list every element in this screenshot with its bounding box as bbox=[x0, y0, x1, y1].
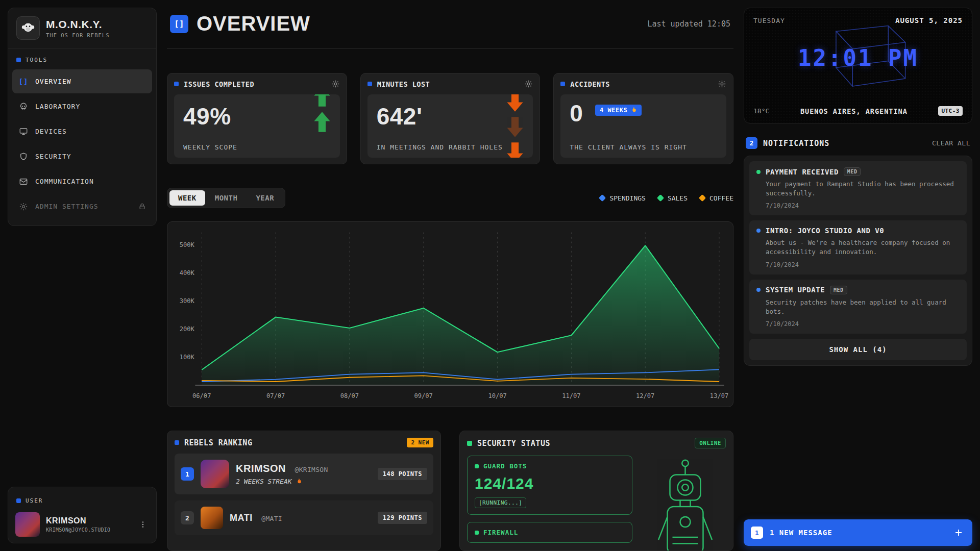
notification-body: Your payment to Rampant Studio has been … bbox=[766, 180, 960, 198]
tab-year[interactable]: YEAR bbox=[247, 190, 283, 206]
legend-sales[interactable]: SALES bbox=[658, 194, 688, 202]
firewall-box: FIREWALL bbox=[467, 522, 632, 543]
logo-row: M.O.N.K.Y. THE OS FOR REBELS bbox=[8, 8, 156, 48]
user-row[interactable]: KRIMSON KRIMSON@JOYCO.STUDIO bbox=[8, 509, 156, 537]
user-section-label: USER bbox=[8, 489, 156, 509]
rank-streak: 2 WEEKS STREAK bbox=[236, 478, 328, 485]
svg-text:300K: 300K bbox=[180, 297, 195, 305]
notification-date: 7/10/2024 bbox=[766, 320, 960, 328]
notification-payment[interactable]: PAYMENT RECEIVED MED Your payment to Ram… bbox=[749, 161, 967, 215]
mail-icon bbox=[18, 177, 29, 187]
ranking-row-2[interactable]: 2 MATI @MATI 129 POINTS bbox=[175, 500, 433, 535]
online-badge: ONLINE bbox=[695, 438, 726, 448]
clock-day: TUESDAY bbox=[753, 17, 785, 24]
stat-label: WEEKLY SCOPE bbox=[183, 143, 237, 151]
sidebar-item-devices[interactable]: DEVICES bbox=[12, 119, 152, 143]
line-chart-card: 100K200K300K400K500K06/0707/0708/0709/07… bbox=[167, 221, 733, 407]
firewall-title: FIREWALL bbox=[483, 529, 518, 536]
skull-icon bbox=[18, 102, 29, 112]
notification-intro[interactable]: INTRO: JOYCO STUDIO AND V0 About us - We… bbox=[749, 220, 967, 274]
notifications-title: NOTIFICATIONS bbox=[763, 139, 829, 148]
stat-body: 49% WEEKLY SCOPE bbox=[174, 94, 340, 158]
section-square-icon bbox=[16, 58, 21, 62]
svg-text:12/07: 12/07 bbox=[636, 392, 654, 399]
status-dot bbox=[756, 288, 761, 292]
gear-icon[interactable] bbox=[331, 80, 340, 88]
notification-title: SYSTEM UPDATE bbox=[766, 286, 825, 294]
tab-week[interactable]: WEEK bbox=[169, 190, 205, 206]
gear-icon[interactable] bbox=[718, 80, 726, 88]
panel-title: SECURITY STATUS bbox=[477, 439, 550, 448]
user-email: KRIMSON@JOYCO.STUDIO bbox=[46, 527, 110, 533]
monitor-icon bbox=[18, 127, 29, 137]
arrow-down-icon bbox=[506, 117, 524, 137]
sidebar-item-laboratory[interactable]: LABORATORY bbox=[12, 94, 152, 118]
svg-text:400K: 400K bbox=[180, 269, 195, 277]
notifications-panel: PAYMENT RECEIVED MED Your payment to Ram… bbox=[744, 156, 972, 366]
trend-arrows bbox=[506, 94, 524, 158]
streak-badge-text: 4 WEEKS bbox=[600, 107, 627, 114]
plus-icon[interactable] bbox=[952, 526, 965, 539]
guard-bots-state: [RUNNING...] bbox=[475, 497, 526, 508]
rank-handle: @KRIMSON bbox=[295, 466, 328, 473]
app-subtitle: THE OS FOR REBELS bbox=[46, 32, 109, 38]
notification-body: Security patches have been applied to al… bbox=[766, 298, 960, 316]
legend-label: SPENDINGS bbox=[609, 194, 645, 202]
stat-title: ISSUES COMPLETED bbox=[184, 80, 254, 88]
card-square-icon bbox=[175, 440, 179, 445]
monkey-logo-icon bbox=[16, 16, 40, 40]
clock-temperature: 18°C bbox=[753, 107, 769, 115]
show-all-button[interactable]: SHOW ALL (4) bbox=[749, 339, 967, 360]
stat-card-minutes: MINUTES LOST 642' IN MEETINGS AND RABBIT… bbox=[360, 73, 541, 164]
tools-section-label: TOOLS bbox=[8, 48, 156, 68]
svg-text:10/07: 10/07 bbox=[488, 392, 506, 399]
new-message-bar[interactable]: 1 1 NEW MESSAGE bbox=[744, 519, 972, 546]
sidebar-item-overview[interactable]: [] OVERVIEW bbox=[12, 69, 152, 93]
stat-body: 642' IN MEETINGS AND RABBIT HOLES bbox=[368, 94, 533, 158]
rank-streak-text: 2 WEEKS STREAK bbox=[236, 478, 292, 485]
sidebar: M.O.N.K.Y. THE OS FOR REBELS TOOLS [] OV… bbox=[8, 8, 157, 543]
sidebar-item-label: DEVICES bbox=[35, 128, 67, 135]
clear-all-button[interactable]: CLEAR ALL bbox=[932, 139, 970, 147]
security-content: GUARD BOTS 124/124 [RUNNING...] FIREWALL bbox=[467, 456, 726, 551]
tab-month[interactable]: MONTH bbox=[206, 190, 247, 206]
gear-icon[interactable] bbox=[524, 80, 533, 88]
green-square-icon bbox=[475, 464, 479, 468]
sidebar-menu: [] OVERVIEW LABORATORY bbox=[8, 68, 156, 226]
brackets-icon: [] bbox=[18, 77, 29, 87]
legend-label: SALES bbox=[668, 194, 688, 202]
ranking-row-1[interactable]: 1 KRIMSON @KRIMSON 2 WEEKS STREAK 148 PO… bbox=[175, 454, 433, 494]
priority-badge: MED bbox=[830, 286, 847, 294]
sidebar-item-security[interactable]: SECURITY bbox=[12, 144, 152, 168]
sidebar-item-label: LABORATORY bbox=[35, 103, 80, 110]
notification-date: 7/10/2024 bbox=[766, 261, 960, 268]
points-badge: 129 POINTS bbox=[378, 512, 427, 524]
shield-icon bbox=[18, 152, 29, 162]
stat-title: ACCIDENTS bbox=[570, 80, 610, 88]
card-square-icon bbox=[467, 441, 472, 446]
line-chart: 100K200K300K400K500K06/0707/0708/0709/07… bbox=[170, 224, 730, 405]
notification-title: PAYMENT RECEIVED bbox=[766, 168, 839, 176]
legend-spendings[interactable]: SPENDINGS bbox=[600, 194, 645, 202]
gear-icon bbox=[18, 202, 29, 212]
rank-user-info: MATI @MATI bbox=[230, 513, 282, 523]
kebab-menu-icon[interactable] bbox=[137, 518, 149, 531]
guard-bots-value: 124/124 bbox=[475, 475, 625, 492]
user-card: USER KRIMSON KRIMSON@JOYCO.STUDIO bbox=[8, 487, 157, 543]
arrow-up-icon bbox=[313, 112, 331, 132]
last-updated: Last updated 12:05 bbox=[647, 19, 730, 29]
avatar bbox=[201, 507, 223, 529]
status-dot bbox=[756, 170, 761, 174]
sidebar-item-admin-settings[interactable]: ADMIN SETTINGS bbox=[12, 194, 152, 218]
stat-value: 0 bbox=[570, 100, 583, 127]
panel-title: REBELS RANKING bbox=[184, 438, 252, 447]
page-header: [] OVERVIEW Last updated 12:05 bbox=[167, 0, 733, 49]
sidebar-nav-card: M.O.N.K.Y. THE OS FOR REBELS TOOLS [] OV… bbox=[8, 8, 157, 226]
legend-coffee[interactable]: COFFEE bbox=[700, 194, 733, 202]
rank-handle: @MATI bbox=[261, 515, 282, 522]
notification-system-update[interactable]: SYSTEM UPDATE MED Security patches have … bbox=[749, 280, 967, 334]
lock-icon bbox=[138, 203, 146, 210]
sidebar-item-communication[interactable]: COMMUNICATION bbox=[12, 169, 152, 193]
avatar bbox=[201, 460, 229, 488]
rank-badge: 1 bbox=[181, 467, 194, 481]
